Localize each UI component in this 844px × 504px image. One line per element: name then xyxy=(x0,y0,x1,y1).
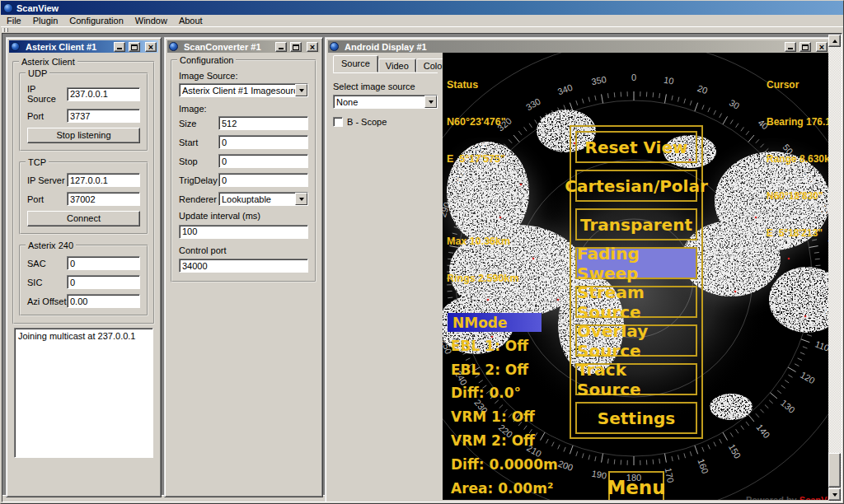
image-label: Image: xyxy=(179,104,308,114)
svg-text:110: 110 xyxy=(814,338,829,352)
combobox-value: Lookuptable xyxy=(219,194,295,204)
connect-button[interactable]: Connect xyxy=(27,211,140,226)
image-source-combobox[interactable]: Asterix Client #1 Imagesource xyxy=(179,83,308,97)
radar-menu-item-reset-view[interactable]: Reset View xyxy=(575,131,697,163)
field-row: TrigDelay xyxy=(179,173,308,187)
stop-listening-button[interactable]: Stop listening xyxy=(27,128,140,143)
svg-text:140: 140 xyxy=(755,422,772,441)
svg-text:30: 30 xyxy=(728,97,742,111)
vertical-scrollbar[interactable] xyxy=(828,35,842,502)
bscope-checkbox[interactable] xyxy=(333,117,343,127)
ip-source-input[interactable] xyxy=(67,87,140,101)
field-row: Stop xyxy=(179,154,308,168)
udp-port-input[interactable] xyxy=(67,109,140,123)
minimize-button[interactable] xyxy=(275,42,287,52)
tcp-port-label: Port xyxy=(27,194,67,204)
radar-display[interactable]: 0102030405060708090100110120130140150160… xyxy=(443,53,829,500)
readout-nmode[interactable]: NMode xyxy=(452,315,508,331)
maximize-button[interactable] xyxy=(290,42,302,52)
tab-source[interactable]: Source xyxy=(333,55,378,72)
close-button[interactable]: × xyxy=(145,42,157,52)
scroll-down-button[interactable] xyxy=(828,488,841,501)
scroll-up-button[interactable] xyxy=(828,35,841,47)
trigdelay-input[interactable] xyxy=(218,173,308,187)
close-icon: × xyxy=(817,42,827,52)
svg-text:340: 340 xyxy=(556,82,574,97)
toolbar-gripper[interactable] xyxy=(6,28,8,32)
powered-by-text: Powered by xyxy=(746,495,799,500)
cursor-latitude: N60°18'830" xyxy=(767,190,829,203)
update-interval-input[interactable] xyxy=(179,225,308,239)
cursor-longitude: E 5°18'213" xyxy=(767,227,829,240)
tcp-port-input[interactable] xyxy=(67,192,140,206)
sac-input[interactable] xyxy=(67,256,140,270)
sic-label: SIC xyxy=(27,278,67,287)
tab-video[interactable]: Video xyxy=(378,58,416,72)
start-input[interactable] xyxy=(218,135,308,149)
chevron-down-icon[interactable] xyxy=(295,84,307,96)
chevron-down-icon[interactable] xyxy=(424,96,437,108)
radar-menu-item-fading-sweep[interactable]: Fading Sweep xyxy=(575,247,697,279)
field-label: TrigDelay xyxy=(179,175,218,185)
control-port-input[interactable] xyxy=(179,259,308,273)
menu-item-window[interactable]: Window xyxy=(129,16,173,26)
radar-menu-item-stream-source[interactable]: Stream Source xyxy=(575,286,697,318)
status-longitude: E 5°17'575" xyxy=(447,153,519,166)
stop-input[interactable] xyxy=(218,154,308,168)
bscope-label: B - Scope xyxy=(347,117,387,127)
radar-menu-item-cartesian-polar[interactable]: Cartesian/Polar xyxy=(575,170,697,202)
radar-menu-item-track-source[interactable]: Track Source xyxy=(575,363,697,395)
field-row: Start xyxy=(179,135,308,149)
cursor-range: Range 8.630km xyxy=(767,153,829,166)
svg-text:20: 20 xyxy=(696,83,710,96)
asterix-title-bar[interactable]: Asterix Client #1 × xyxy=(9,40,158,53)
group-label: TCP xyxy=(26,157,49,167)
minimize-button[interactable] xyxy=(114,42,125,52)
chevron-down-icon[interactable] xyxy=(295,193,307,205)
radar-menu-item-transparent[interactable]: Transparent xyxy=(575,208,697,240)
window-icon xyxy=(330,42,339,51)
menu-item-configuration[interactable]: Configuration xyxy=(63,16,129,26)
radar-menu: Reset ViewCartesian/PolarTransparentFadi… xyxy=(570,125,703,439)
maximize-button[interactable] xyxy=(799,42,811,52)
close-icon: × xyxy=(146,42,156,52)
menu-button[interactable]: Menu xyxy=(608,471,664,500)
powered-by-brand: ScanViewer xyxy=(799,495,829,500)
minimize-button[interactable] xyxy=(785,42,796,52)
svg-text:190: 190 xyxy=(591,469,607,481)
app-title: ScanView xyxy=(16,3,59,13)
ip-server-input[interactable] xyxy=(67,173,140,187)
scrollbar-thumb[interactable] xyxy=(828,453,841,488)
svg-text:330: 330 xyxy=(524,96,542,113)
svg-text:200: 200 xyxy=(557,459,574,474)
size-input[interactable] xyxy=(218,116,308,130)
log-output[interactable]: Joining multicast at 237.0.0.1 xyxy=(14,328,153,458)
close-button[interactable]: × xyxy=(816,42,828,52)
scanconverter-title-bar[interactable]: ScanConverter #1 × xyxy=(167,40,320,53)
menu-item-file[interactable]: File xyxy=(1,16,27,26)
combobox-value: None xyxy=(334,97,424,107)
radar-menu-item-settings[interactable]: Settings xyxy=(575,402,697,434)
svg-text:350: 350 xyxy=(591,74,607,86)
close-button[interactable]: × xyxy=(307,42,318,52)
main-menu-bar: FilePluginConfigurationWindowAbout xyxy=(1,15,843,26)
toolbar-gripper[interactable] xyxy=(2,28,5,32)
asterix-client-group: Asterix Client UDP IP Source Port Stop l… xyxy=(12,61,155,324)
android-title-bar[interactable]: Android Display #1 × xyxy=(328,40,829,53)
minimize-icon xyxy=(117,48,122,49)
radar-menu-item-overlay-source[interactable]: Overlay Source xyxy=(575,324,697,357)
menu-item-about[interactable]: About xyxy=(173,16,209,26)
radar-cursor-block: Cursor Bearing 176.1° Range 8.630km N60°… xyxy=(767,54,829,264)
android-body: SourceVideoColors Select image source No… xyxy=(328,53,829,500)
azi-offset-input[interactable] xyxy=(67,294,140,308)
maximize-button[interactable] xyxy=(129,42,140,52)
menu-item-plugin[interactable]: Plugin xyxy=(27,16,64,26)
tab-strip: SourceVideoColors xyxy=(333,57,438,73)
scanconverter-body: Configuration Image Source: Asterix Clie… xyxy=(167,53,320,494)
svg-text:130: 130 xyxy=(779,398,797,415)
status-latitude: N60°23'476" xyxy=(447,116,519,128)
sic-input[interactable] xyxy=(67,275,140,289)
mdi-workspace: Asterix Client #1 × Asterix Client UDP I… xyxy=(2,33,842,502)
renderer-combobox[interactable]: Lookuptable xyxy=(218,192,308,206)
image-source-select[interactable]: None xyxy=(333,95,438,109)
